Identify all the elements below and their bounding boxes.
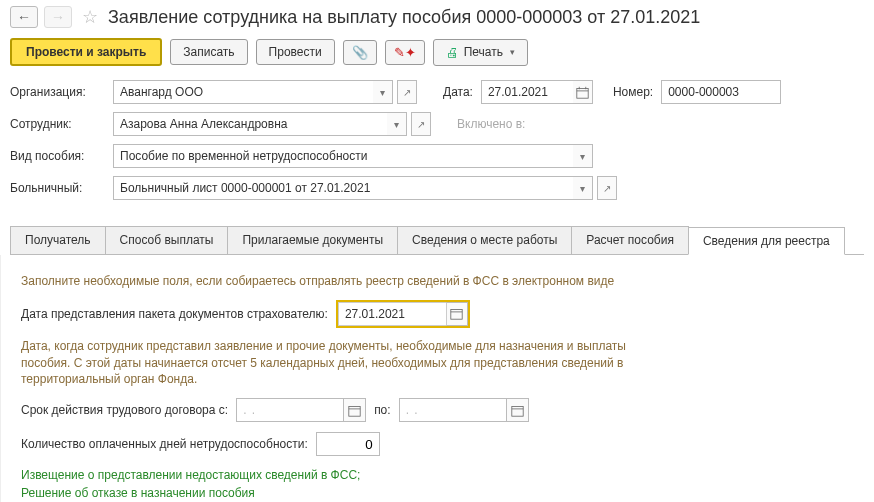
tabs: Получатель Способ выплаты Прилагаемые до… (10, 226, 864, 255)
submit-date-highlight: 27.01.2021 (336, 300, 470, 328)
submit-date-calendar-button[interactable] (446, 302, 468, 326)
benefit-type-label: Вид пособия: (10, 149, 105, 163)
submit-date-input[interactable]: 27.01.2021 (338, 302, 446, 326)
sickleave-label: Больничный: (10, 181, 105, 195)
calendar-icon (348, 404, 361, 417)
svg-rect-8 (511, 406, 522, 416)
benefit-type-dropdown-button[interactable]: ▾ (573, 144, 593, 168)
paperclip-icon (352, 45, 368, 60)
notice-heading-2: Решение об отказе в назначении пособия (21, 484, 854, 502)
registry-hint-top: Заполните необходимые поля, если собирае… (21, 273, 854, 290)
page-title: Заявление сотрудника на выплату пособия … (108, 7, 700, 28)
contract-from-label: Срок действия трудового договора с: (21, 403, 228, 417)
magic-pencil-button[interactable]: ✎✦ (385, 40, 425, 65)
paid-days-input[interactable] (316, 432, 380, 456)
nav-back-button[interactable]: ← (10, 6, 38, 28)
calendar-icon (576, 86, 589, 99)
commit-close-button[interactable]: Провести и закрыть (10, 38, 162, 66)
contract-to-label: по: (374, 403, 391, 417)
employee-open-button[interactable]: ↗ (411, 112, 431, 136)
print-button[interactable]: Печать ▾ (433, 39, 528, 66)
sickleave-input[interactable]: Больничный лист 0000-000001 от 27.01.202… (113, 176, 573, 200)
submit-date-label: Дата представления пакета документов стр… (21, 307, 328, 321)
svg-rect-6 (349, 406, 360, 416)
calendar-icon (450, 307, 463, 320)
tab-payment-method[interactable]: Способ выплаты (105, 226, 229, 254)
tab-benefit-calc[interactable]: Расчет пособия (571, 226, 689, 254)
contract-to-calendar-button[interactable] (507, 398, 529, 422)
tab-recipient[interactable]: Получатель (10, 226, 106, 254)
calendar-icon (511, 404, 524, 417)
employee-input[interactable]: Азарова Анна Александровна (113, 112, 387, 136)
paid-days-label: Количество оплаченных дней нетрудоспособ… (21, 437, 308, 451)
employee-dropdown-button[interactable]: ▾ (387, 112, 407, 136)
org-open-button[interactable]: ↗ (397, 80, 417, 104)
printer-icon (446, 45, 459, 60)
sickleave-dropdown-button[interactable]: ▾ (573, 176, 593, 200)
org-label: Организация: (10, 85, 105, 99)
contract-from-input[interactable]: . . (236, 398, 344, 422)
favorite-star-icon[interactable]: ☆ (78, 6, 102, 28)
svg-rect-0 (577, 88, 588, 98)
pencil-magic-icon: ✎✦ (394, 45, 416, 60)
date-calendar-button[interactable] (573, 80, 593, 104)
nav-forward-button[interactable]: → (44, 6, 72, 28)
num-input[interactable]: 0000-000003 (661, 80, 781, 104)
date-input[interactable]: 27.01.2021 (481, 80, 573, 104)
save-button[interactable]: Записать (170, 39, 247, 65)
org-dropdown-button[interactable]: ▾ (373, 80, 393, 104)
tab-workplace-info[interactable]: Сведения о месте работы (397, 226, 572, 254)
num-label: Номер: (613, 85, 653, 99)
included-label: Включено в: (457, 117, 525, 131)
attach-button[interactable] (343, 40, 377, 65)
tab-attached-docs[interactable]: Прилагаемые документы (227, 226, 398, 254)
employee-label: Сотрудник: (10, 117, 105, 131)
print-label: Печать (464, 45, 503, 59)
date-label: Дата: (443, 85, 473, 99)
registry-hint-explain: Дата, когда сотрудник представил заявлен… (21, 338, 661, 388)
dropdown-caret-icon: ▾ (510, 47, 515, 57)
sickleave-open-button[interactable]: ↗ (597, 176, 617, 200)
tab-registry-info[interactable]: Сведения для реестра (688, 227, 845, 255)
contract-from-calendar-button[interactable] (344, 398, 366, 422)
org-input[interactable]: Авангард ООО (113, 80, 373, 104)
svg-rect-4 (451, 310, 462, 320)
benefit-type-input[interactable]: Пособие по временной нетрудоспособности (113, 144, 573, 168)
post-button[interactable]: Провести (256, 39, 335, 65)
notice-heading-1: Извещение о представлении недостающих св… (21, 466, 854, 484)
contract-to-input[interactable]: . . (399, 398, 507, 422)
